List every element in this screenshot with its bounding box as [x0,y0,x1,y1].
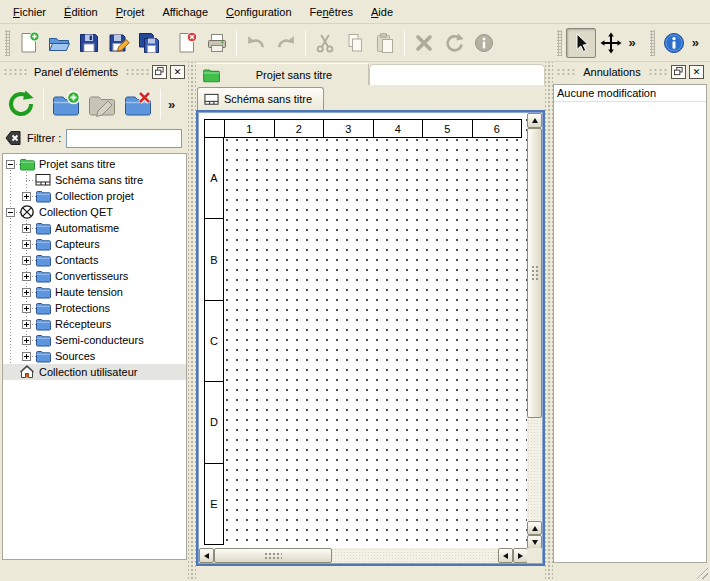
tree-item-capteurs[interactable]: Capteurs [3,236,186,252]
project-tab[interactable]: Projet sans titre [196,63,369,85]
folder-blue-icon [35,268,51,284]
vertical-scroll-thumb[interactable] [527,128,542,418]
tree-item-semi-conducteurs[interactable]: Semi-conducteurs [3,332,186,348]
rotate-button[interactable] [439,28,469,58]
dock-handle-texture [3,68,27,77]
schema-tab[interactable]: Schéma sans titre [197,87,324,110]
tree-item-label: Collection QET [39,206,113,218]
toolbar-grip[interactable] [650,30,655,56]
tree-item-collection-projet[interactable]: Collection projet [3,188,186,204]
open-project-button[interactable] [44,28,74,58]
tree-expander[interactable] [22,224,31,233]
print-button[interactable] [202,28,232,58]
tree-expander[interactable] [22,320,31,329]
tree-item-convertisseurs[interactable]: Convertisseurs [3,268,186,284]
elements-panel-titlebar[interactable]: Panel d'éléments ✕ [0,62,188,82]
close-panel-button[interactable]: ✕ [689,65,704,79]
menu-item-configuration[interactable]: Configuration [217,2,300,22]
schema-icon [35,172,51,188]
tree-item-label: Contacts [55,254,98,266]
statusbar-area [553,563,707,581]
schema-window: 123456 ABCDE [196,110,545,566]
tree-expander[interactable] [22,256,31,265]
folder-edit-button[interactable] [84,85,120,123]
filter-input[interactable] [66,129,182,148]
horizontal-scroll-track[interactable] [332,548,498,563]
save-all-button[interactable] [134,28,164,58]
tree-item-haute-tension[interactable]: Haute tension [3,284,186,300]
float-panel-button[interactable] [671,65,686,79]
left-splitter[interactable] [188,62,196,581]
about-button[interactable] [659,28,689,58]
tree-expander[interactable] [22,336,31,345]
tree-expander[interactable] [6,208,15,217]
folder-delete-button[interactable] [120,85,156,123]
tree-item-label: Récepteurs [55,318,111,330]
paste-button[interactable] [370,28,400,58]
tree-expander[interactable] [22,288,31,297]
tree-item-label: Haute tension [55,286,123,298]
menu-item-projet[interactable]: Projet [107,2,154,22]
scroll-left-button[interactable] [199,548,214,563]
scroll-right-button[interactable] [513,548,528,563]
float-icon [674,67,683,76]
horizontal-scroll-thumb[interactable] [214,548,332,563]
tree-expander[interactable] [22,192,31,201]
tree-expander[interactable] [22,304,31,313]
close-document-button[interactable] [172,28,202,58]
toolbar-grip[interactable] [557,30,562,56]
move-button[interactable] [596,28,626,58]
menu-item-edition[interactable]: Édition [55,2,107,22]
menu-item-affichage[interactable]: Affichage [153,2,217,22]
window-resize-grip[interactable] [695,566,708,579]
menu-item-fenetres[interactable]: Fenêtres [301,2,362,22]
right-splitter[interactable] [545,62,553,581]
tree-item-protections[interactable]: Protections [3,300,186,316]
redo-button[interactable] [271,28,301,58]
properties-button[interactable] [469,28,499,58]
toolbar-separator [404,30,405,56]
tree-rows: Projet sans titreSchéma sans titreCollec… [3,154,186,380]
toolbar-overflow-button[interactable]: » [165,97,178,112]
undo-panel-titlebar[interactable]: Annulations ✕ [553,62,707,82]
tree-expander[interactable] [22,240,31,249]
vertical-scroll-track[interactable] [527,418,542,521]
tree-item-sche-ma-sans-titre[interactable]: Schéma sans titre [3,172,186,188]
tree-item-collection-utilisateur[interactable]: Collection utilisateur [3,364,186,380]
tree-expander[interactable] [6,160,15,169]
menu-item-fichier[interactable]: Fichier [4,2,55,22]
tree-item-sources[interactable]: Sources [3,348,186,364]
toolbar-overflow-button[interactable]: » [626,35,639,50]
save-button[interactable] [74,28,104,58]
toolbar-overflow-button[interactable]: » [689,35,702,50]
save-as-button[interactable] [104,28,134,58]
undo-button[interactable] [241,28,271,58]
scroll-left-button-2[interactable] [498,548,513,563]
delete-button[interactable] [409,28,439,58]
tree-expander[interactable] [22,352,31,361]
new-document-button[interactable] [14,28,44,58]
reload-button[interactable] [3,85,39,123]
folder-new-icon [51,89,81,119]
tree-item-contacts[interactable]: Contacts [3,252,186,268]
scroll-up-button[interactable] [527,113,542,128]
menu-item-aide[interactable]: Aide [362,2,402,22]
undo-list-item[interactable]: Aucune modification [554,85,706,102]
select-button[interactable] [566,28,596,58]
copy-button[interactable] [340,28,370,58]
cut-button[interactable] [310,28,340,58]
folder-new-button[interactable] [48,85,84,123]
scroll-down-button[interactable] [527,535,542,549]
toolbar-grip[interactable] [5,30,10,56]
tree-item-re-cepteurs[interactable]: Récepteurs [3,316,186,332]
schema-canvas[interactable]: 123456 ABCDE [199,113,528,550]
tree-item-projet-sans-titre[interactable]: Projet sans titre [3,156,186,172]
scroll-up-button-2[interactable] [527,521,542,535]
clear-filter-button[interactable] [4,129,22,147]
float-panel-button[interactable] [152,65,167,79]
tree-item-label: Collection projet [55,190,134,202]
tree-item-collection-qet[interactable]: Collection QET [3,204,186,220]
close-panel-button[interactable]: ✕ [170,65,185,79]
tree-expander[interactable] [22,272,31,281]
tree-item-automatisme[interactable]: Automatisme [3,220,186,236]
